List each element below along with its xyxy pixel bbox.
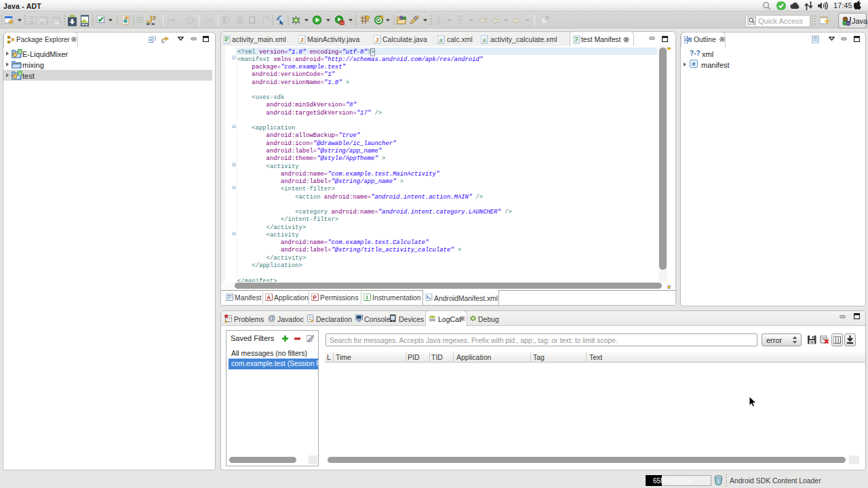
svg-text:J: J (375, 37, 378, 43)
svg-text:I: I (366, 294, 368, 301)
svg-text:P: P (313, 294, 317, 301)
svg-text:e: e (692, 60, 695, 67)
svg-text:a: a (439, 37, 443, 43)
svg-text:A: A (267, 294, 271, 301)
svg-text:a: a (483, 37, 486, 43)
svg-text:J: J (300, 37, 303, 43)
